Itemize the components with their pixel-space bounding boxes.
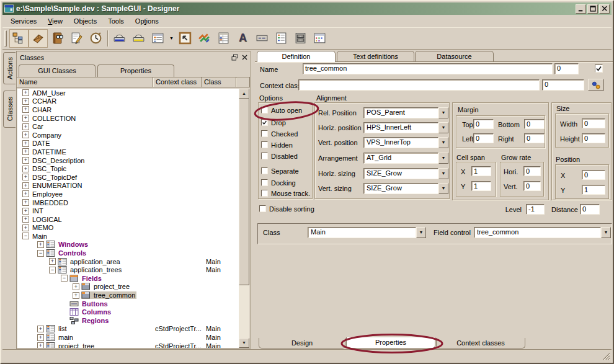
tree-item[interactable]: Fields: [69, 275, 103, 282]
class-hierarchy-button[interactable]: [9, 29, 29, 48]
tree-row[interactable]: +IMBEDDED: [17, 198, 239, 207]
combo-horiz-position[interactable]: HPS_InnerLeft▼: [363, 122, 448, 133]
side-tab-classes[interactable]: Classes: [3, 91, 16, 128]
table-button[interactable]: [214, 29, 233, 48]
tree-row[interactable]: +COLLECTION: [17, 114, 239, 123]
toolbar-grip[interactable]: [4, 30, 7, 47]
tree-row[interactable]: Regions: [17, 316, 239, 325]
chevron-down-icon[interactable]: ▼: [438, 122, 448, 133]
scroll-up-button[interactable]: ▲: [239, 89, 249, 99]
tree-row[interactable]: +Windows: [17, 241, 239, 249]
tree-row[interactable]: +CHAR: [17, 105, 239, 114]
classes-tab-properties[interactable]: Properties: [97, 64, 174, 77]
menu-item-view[interactable]: View: [42, 16, 68, 26]
tree-toggle[interactable]: +: [22, 166, 29, 172]
combo-arrangement[interactable]: AT_Grid▼: [363, 153, 448, 164]
column-header-name[interactable]: Name: [17, 78, 153, 87]
tab-text-definitions[interactable]: Text definitions: [337, 51, 414, 61]
chevron-down-icon[interactable]: ▼: [438, 107, 448, 118]
input-size-height[interactable]: 0: [582, 133, 605, 143]
column-header-class[interactable]: Class: [202, 78, 236, 87]
menu-item-tools[interactable]: Tools: [102, 16, 130, 26]
checkbox-mouse-track[interactable]: [261, 190, 268, 197]
close-panel-icon[interactable]: [241, 54, 248, 61]
tree-toggle[interactable]: +: [22, 123, 29, 130]
tree-row[interactable]: +DATETIME: [17, 148, 239, 156]
tree-row[interactable]: −Controls: [17, 249, 239, 257]
button-pad-button[interactable]: [252, 29, 272, 48]
tree-row[interactable]: +DSC_TopicDef: [17, 173, 239, 182]
tree-row[interactable]: +listcStdProjectTr...Main: [17, 325, 239, 334]
tree-row[interactable]: +INT: [17, 206, 239, 215]
form-window-button[interactable]: [148, 29, 167, 48]
tree-item[interactable]: application_trees: [58, 266, 123, 273]
tree-item[interactable]: tree_common: [81, 291, 136, 299]
tree-toggle[interactable]: +: [22, 140, 29, 147]
input-margin-bottom[interactable]: 0: [524, 119, 545, 129]
chevron-down-icon[interactable]: ▼: [416, 227, 426, 238]
input-margin-right[interactable]: 0: [524, 133, 545, 143]
tree-item[interactable]: Columns: [69, 308, 112, 316]
tree-toggle[interactable]: +: [49, 258, 56, 265]
checkbox-disabled[interactable]: [261, 153, 268, 159]
tree-item[interactable]: DATETIME: [31, 148, 68, 156]
checkbox-hidden[interactable]: [261, 141, 268, 148]
float-panel-icon[interactable]: [231, 54, 238, 61]
tree-row[interactable]: +Company: [17, 131, 239, 140]
tree-item[interactable]: Car: [31, 123, 45, 130]
tree-toggle[interactable]: −: [49, 267, 56, 273]
input-position-y[interactable]: 1: [582, 185, 605, 195]
input-grow-rate-vert[interactable]: 0: [523, 181, 541, 191]
field-control-combo[interactable]: tree_common▼: [474, 227, 611, 238]
name-input[interactable]: tree_common: [303, 63, 553, 74]
tree-toggle[interactable]: +: [37, 334, 44, 341]
column-header-context-class[interactable]: Context class: [153, 78, 202, 87]
chevron-down-icon[interactable]: ▼: [438, 168, 448, 179]
book-button[interactable]: [48, 29, 67, 48]
tree-row[interactable]: +DATE: [17, 140, 239, 148]
input-position-x[interactable]: 0: [582, 170, 605, 180]
tree-item[interactable]: COLLECTION: [31, 115, 77, 122]
tree-toggle[interactable]: −: [37, 250, 44, 257]
close-button[interactable]: [599, 4, 610, 14]
context-class-input[interactable]: [298, 79, 540, 91]
combo-horiz-sizing[interactable]: SIZE_Grow▼: [363, 168, 448, 179]
tab-datasource[interactable]: Datasource: [415, 51, 494, 61]
tree-toggle[interactable]: +: [22, 131, 29, 138]
tree-item[interactable]: IMBEDDED: [31, 199, 69, 206]
name-checkbox[interactable]: [595, 64, 603, 73]
clock-button[interactable]: [86, 29, 105, 48]
chevron-down-icon[interactable]: ▼: [438, 183, 448, 194]
tree-item[interactable]: CHAR: [31, 106, 53, 113]
tree-row[interactable]: +ENUMERATION: [17, 182, 239, 190]
tree-item[interactable]: Employee: [31, 190, 64, 198]
edit-document-button[interactable]: [67, 29, 86, 48]
tree-item[interactable]: INT: [31, 207, 45, 215]
tree-toggle[interactable]: +: [22, 89, 29, 96]
class-combo[interactable]: Main▼: [308, 227, 426, 238]
tree-toggle[interactable]: +: [73, 283, 79, 290]
tree-item[interactable]: DSC_TopicDef: [31, 174, 78, 181]
tree-row[interactable]: +mainMain: [17, 333, 239, 342]
combo-rel-position[interactable]: POS_Parent▼: [363, 107, 448, 118]
tree-row[interactable]: +DSC_Description: [17, 156, 239, 165]
chevron-down-icon[interactable]: ▼: [438, 153, 448, 164]
tree-row[interactable]: +Car: [17, 122, 239, 131]
toolbar-dropdown-arrow[interactable]: ▼: [167, 29, 176, 48]
eraser-button[interactable]: [29, 29, 48, 48]
tree-item[interactable]: project_tree: [46, 342, 96, 348]
tree-toggle[interactable]: +: [22, 190, 29, 197]
tree-row[interactable]: +project_treecStdProjectTr...Main: [17, 342, 239, 348]
tree-toggle[interactable]: +: [22, 157, 29, 164]
tree-item[interactable]: main: [46, 334, 74, 341]
tree-item[interactable]: Company: [31, 131, 63, 139]
bottom-tab-design[interactable]: Design: [259, 338, 345, 348]
tree-item[interactable]: DSC_Description: [31, 157, 86, 164]
tree-toggle[interactable]: +: [22, 224, 29, 231]
minimize-button[interactable]: [576, 4, 586, 14]
bottom-tab-properties[interactable]: Properties: [346, 337, 435, 348]
combo-vert-position[interactable]: VPS_InnerTop▼: [363, 137, 448, 148]
tree-row[interactable]: +DSC_Topic: [17, 164, 239, 173]
checkbox-auto-open[interactable]: [261, 107, 268, 113]
checkbox-checked[interactable]: [261, 130, 268, 137]
